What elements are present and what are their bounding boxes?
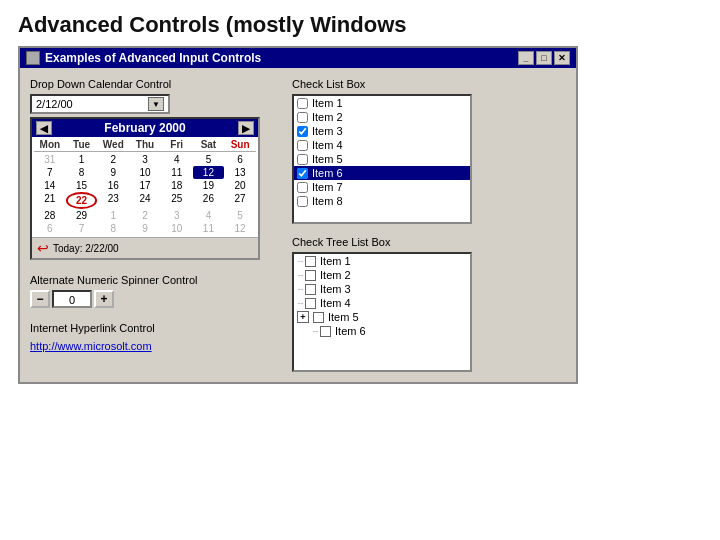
today-label: Today: 2/22/00 <box>53 243 119 254</box>
cal-cell[interactable]: 6 <box>224 153 256 166</box>
cal-cell[interactable]: 2 <box>97 153 129 166</box>
cal-cell[interactable]: 9 <box>129 222 161 235</box>
hyperlink-section-label: Internet Hyperlink Control <box>30 322 280 334</box>
cal-cell[interactable]: 18 <box>161 179 193 192</box>
checklist-item[interactable]: Item 1 <box>294 96 470 110</box>
checklist-item[interactable]: Item 3 <box>294 124 470 138</box>
treelist-section: Check Tree List Box ···· Item 1 ···· Ite… <box>292 236 566 372</box>
tree-checkbox[interactable] <box>313 312 324 323</box>
cal-cell[interactable]: 9 <box>97 166 129 179</box>
cal-cell[interactable]: 14 <box>34 179 66 192</box>
calendar-section-label: Drop Down Calendar Control <box>30 78 280 90</box>
cal-cell[interactable]: 15 <box>66 179 98 192</box>
tree-item[interactable]: ···· Item 3 <box>294 282 470 296</box>
cal-cell[interactable]: 11 <box>193 222 225 235</box>
cal-cell[interactable]: 1 <box>97 209 129 222</box>
cal-cell[interactable]: 10 <box>161 222 193 235</box>
cal-cell[interactable]: 28 <box>34 209 66 222</box>
spinner-section: Alternate Numeric Spinner Control − 0 + <box>30 274 280 308</box>
cal-next-button[interactable]: ▶ <box>238 121 254 135</box>
calendar-header: ◀ February 2000 ▶ <box>32 119 258 137</box>
cal-cell[interactable]: 19 <box>193 179 225 192</box>
cal-week-5: 28 29 1 2 3 4 5 <box>34 209 256 222</box>
cal-cell[interactable]: 29 <box>66 209 98 222</box>
minimize-button[interactable]: _ <box>518 51 534 65</box>
maximize-button[interactable]: □ <box>536 51 552 65</box>
spinner-section-label: Alternate Numeric Spinner Control <box>30 274 280 286</box>
cal-cell[interactable]: 20 <box>224 179 256 192</box>
tree-checkbox[interactable] <box>305 270 316 281</box>
tree-item[interactable]: ···· Item 2 <box>294 268 470 282</box>
cal-cell[interactable]: 17 <box>129 179 161 192</box>
calendar-days-header: Mon Tue Wed Thu Fri Sat Sun <box>34 139 256 152</box>
tree-item-child[interactable]: ···· Item 6 <box>294 324 470 338</box>
cal-cell[interactable]: 1 <box>66 153 98 166</box>
cal-cell[interactable]: 23 <box>97 192 129 209</box>
window-icon <box>26 51 40 65</box>
cal-cell[interactable]: 7 <box>66 222 98 235</box>
cal-cell[interactable]: 27 <box>224 192 256 209</box>
cal-cell[interactable]: 16 <box>97 179 129 192</box>
checklist-item[interactable]: Item 8 <box>294 194 470 208</box>
cal-cell[interactable]: 2 <box>129 209 161 222</box>
tree-checkbox[interactable] <box>320 326 331 337</box>
cal-cell[interactable]: 11 <box>161 166 193 179</box>
calendar-footer: ↩ Today: 2/22/00 <box>32 237 258 258</box>
cal-cell[interactable]: 21 <box>34 192 66 209</box>
tree-item-expandable[interactable]: + Item 5 <box>294 310 470 324</box>
cal-cell[interactable]: 26 <box>193 192 225 209</box>
checklist-item[interactable]: Item 4 <box>294 138 470 152</box>
cal-cell[interactable]: 5 <box>224 209 256 222</box>
cal-cell[interactable]: 25 <box>161 192 193 209</box>
hyperlink[interactable]: http://www.microsolt.com <box>30 340 152 352</box>
window-titlebar: Examples of Advanced Input Controls _ □ … <box>20 48 576 68</box>
spinner-minus-button[interactable]: − <box>30 290 50 308</box>
spinner-plus-button[interactable]: + <box>94 290 114 308</box>
checklist-section: Check List Box Item 1 Item 2 Item 3 Item… <box>292 78 566 224</box>
checklist-item-selected[interactable]: Item 6 <box>294 166 470 180</box>
cal-week-1: 31 1 2 3 4 5 6 <box>34 153 256 166</box>
tree-item[interactable]: ···· Item 1 <box>294 254 470 268</box>
expand-icon[interactable]: + <box>297 311 309 323</box>
checklist-box: Item 1 Item 2 Item 3 Item 4 Item 5 Item … <box>292 94 472 224</box>
cal-cell[interactable]: 6 <box>34 222 66 235</box>
cal-week-3: 14 15 16 17 18 19 20 <box>34 179 256 192</box>
cal-cell[interactable]: 12 <box>224 222 256 235</box>
cal-cell[interactable]: 24 <box>129 192 161 209</box>
checklist-item[interactable]: Item 7 <box>294 180 470 194</box>
treelist-box: ···· Item 1 ···· Item 2 ···· Item 3 <box>292 252 472 372</box>
spinner-value[interactable]: 0 <box>52 290 92 308</box>
window: Examples of Advanced Input Controls _ □ … <box>18 46 578 384</box>
cal-cell[interactable]: 3 <box>161 209 193 222</box>
cal-prev-button[interactable]: ◀ <box>36 121 52 135</box>
tree-checkbox[interactable] <box>305 256 316 267</box>
cal-cell[interactable]: 31 <box>34 153 66 166</box>
treelist-section-label: Check Tree List Box <box>292 236 566 248</box>
cal-cell-today[interactable]: 22 <box>66 192 98 209</box>
cal-cell-selected[interactable]: 12 <box>193 166 225 179</box>
cal-cell[interactable]: 8 <box>66 166 98 179</box>
cal-week-2: 7 8 9 10 11 12 13 <box>34 166 256 179</box>
cal-cell[interactable]: 7 <box>34 166 66 179</box>
today-icon: ↩ <box>37 240 49 256</box>
cal-cell[interactable]: 4 <box>161 153 193 166</box>
tree-checkbox[interactable] <box>305 284 316 295</box>
close-button[interactable]: ✕ <box>554 51 570 65</box>
checklist-item[interactable]: Item 5 <box>294 152 470 166</box>
tree-checkbox[interactable] <box>305 298 316 309</box>
cal-cell[interactable]: 3 <box>129 153 161 166</box>
tree-item[interactable]: ···· Item 4 <box>294 296 470 310</box>
cal-cell[interactable]: 8 <box>97 222 129 235</box>
cal-cell[interactable]: 13 <box>224 166 256 179</box>
cal-week-6: 6 7 8 9 10 11 12 <box>34 222 256 235</box>
dropdown-arrow-icon[interactable]: ▼ <box>148 97 164 111</box>
checklist-item[interactable]: Item 2 <box>294 110 470 124</box>
cal-week-4: 21 22 23 24 25 26 27 <box>34 192 256 209</box>
window-title: Examples of Advanced Input Controls <box>45 51 261 65</box>
cal-cell[interactable]: 10 <box>129 166 161 179</box>
cal-cell[interactable]: 5 <box>193 153 225 166</box>
calendar-box: ◀ February 2000 ▶ Mon Tue Wed Thu Fri Sa… <box>30 117 260 260</box>
date-dropdown[interactable]: 2/12/00 ▼ <box>30 94 170 114</box>
calendar-section: Drop Down Calendar Control 2/12/00 ▼ ◀ F… <box>30 78 280 260</box>
cal-cell[interactable]: 4 <box>193 209 225 222</box>
